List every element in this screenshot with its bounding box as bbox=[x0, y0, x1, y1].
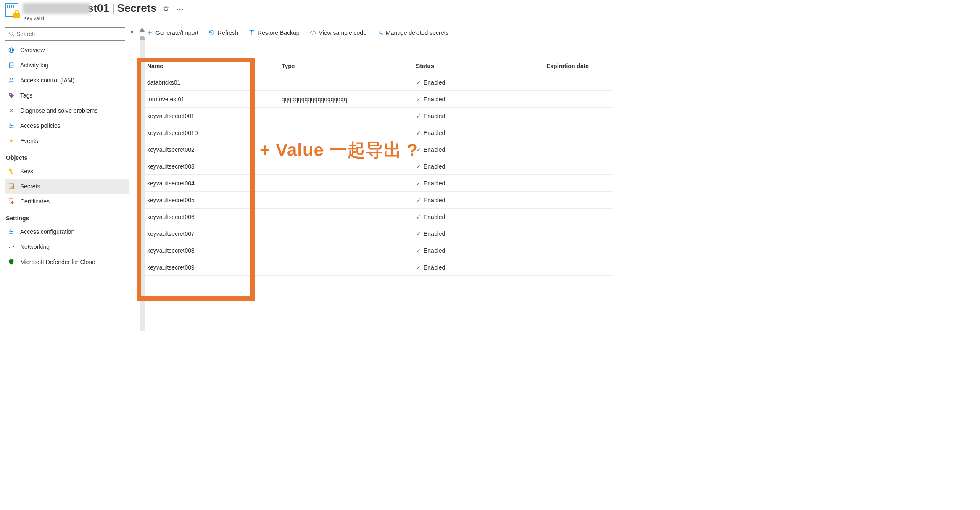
sidebar-item-label: Certificates bbox=[20, 198, 50, 205]
cell-type bbox=[277, 74, 411, 91]
cell-status: ✓Enabled bbox=[411, 259, 541, 276]
sidebar-item-secrets[interactable]: Secrets bbox=[5, 179, 129, 194]
check-icon: ✓ bbox=[416, 197, 421, 203]
cell-expiration bbox=[541, 158, 613, 175]
svg-point-16 bbox=[10, 124, 11, 124]
sidebar-item-keys[interactable]: Keys bbox=[5, 164, 129, 179]
cert-icon bbox=[8, 198, 15, 205]
cell-expiration bbox=[541, 175, 613, 192]
refresh-icon bbox=[208, 29, 215, 36]
cell-name: keyvaultsecret005 bbox=[142, 192, 277, 209]
defender-icon bbox=[8, 259, 15, 265]
cell-status: ✓Enabled bbox=[411, 91, 541, 108]
cell-expiration bbox=[541, 242, 613, 259]
svg-point-10 bbox=[10, 78, 11, 80]
cell-expiration bbox=[541, 141, 613, 158]
more-icon[interactable]: ⋯ bbox=[176, 4, 184, 13]
policies-icon bbox=[8, 228, 15, 235]
col-header-type[interactable]: Type bbox=[277, 58, 411, 74]
generate-label: Generate/Import bbox=[155, 29, 198, 36]
tag-icon bbox=[8, 92, 15, 99]
cell-expiration bbox=[541, 108, 613, 124]
page-subtitle: Key vault bbox=[24, 16, 157, 21]
sidebar-item-certificates[interactable]: Certificates bbox=[5, 194, 129, 209]
table-row[interactable]: databricks01✓Enabled bbox=[142, 74, 613, 91]
favorite-icon[interactable] bbox=[163, 5, 169, 13]
section-title-settings: Settings bbox=[5, 209, 129, 224]
svg-point-31 bbox=[11, 233, 11, 234]
check-icon: ✓ bbox=[416, 113, 421, 119]
sidebar-item-label: Overview bbox=[20, 47, 45, 53]
table-row[interactable]: keyvaultsecret002✓Enabled bbox=[142, 141, 613, 158]
svg-point-30 bbox=[11, 231, 12, 232]
cell-expiration bbox=[541, 74, 613, 91]
refresh-button[interactable]: Refresh bbox=[204, 28, 242, 38]
cell-type: qqqqqqqqqqqqqqqqqqqq bbox=[277, 91, 411, 108]
check-icon: ✓ bbox=[416, 163, 421, 170]
sidebar-item-label: Diagnose and solve problems bbox=[20, 107, 97, 114]
refresh-label: Refresh bbox=[218, 29, 238, 36]
table-row[interactable]: keyvaultsecret005✓Enabled bbox=[142, 192, 613, 209]
log-icon bbox=[8, 62, 15, 69]
table-row[interactable]: keyvaultsecret009✓Enabled bbox=[142, 259, 613, 276]
table-row[interactable]: keyvaultsecret007✓Enabled bbox=[142, 225, 613, 242]
cell-name: formovetest01 bbox=[142, 91, 277, 108]
sidebar-search[interactable] bbox=[5, 27, 125, 41]
cell-name: databricks01 bbox=[142, 74, 277, 91]
sidebar-item-access-control-iam-[interactable]: Access control (IAM) bbox=[5, 73, 129, 88]
manage-deleted-secrets-button[interactable]: Manage deleted secrets bbox=[372, 28, 453, 38]
cell-status: ✓Enabled bbox=[411, 209, 541, 225]
policies-icon bbox=[8, 122, 15, 129]
main-content: Generate/Import Refresh Restore Backup V… bbox=[129, 24, 636, 330]
cell-type bbox=[277, 124, 411, 141]
generate-import-button[interactable]: Generate/Import bbox=[142, 28, 203, 38]
table-row[interactable]: keyvaultsecret008✓Enabled bbox=[142, 242, 613, 259]
sidebar-item-access-policies[interactable]: Access policies bbox=[5, 118, 129, 133]
page-title: st01 | Secrets bbox=[23, 2, 157, 15]
cell-type bbox=[277, 192, 411, 209]
key-icon bbox=[8, 168, 15, 174]
table-row[interactable]: keyvaultsecret001✓Enabled bbox=[142, 108, 613, 124]
net-icon bbox=[8, 243, 15, 250]
cell-name: keyvaultsecret007 bbox=[142, 225, 277, 242]
svg-point-29 bbox=[10, 230, 11, 230]
cell-status: ✓Enabled bbox=[411, 158, 541, 175]
svg-point-12 bbox=[10, 94, 11, 95]
sidebar-item-overview[interactable]: Overview bbox=[5, 42, 129, 58]
cell-name: keyvaultsecret009 bbox=[142, 259, 277, 276]
sidebar-item-activity-log[interactable]: Activity log bbox=[5, 58, 129, 73]
cell-expiration bbox=[541, 259, 613, 276]
sidebar-item-label: Events bbox=[20, 137, 38, 144]
search-input[interactable] bbox=[16, 31, 121, 37]
cell-name: keyvaultsecret002 bbox=[142, 141, 277, 158]
cell-name: keyvaultsecret004 bbox=[142, 175, 277, 192]
sidebar-item-tags[interactable]: Tags bbox=[5, 88, 129, 103]
cell-status: ✓Enabled bbox=[411, 124, 541, 141]
sidebar-item-diagnose-and-solve-problems[interactable]: Diagnose and solve problems bbox=[5, 103, 129, 118]
cell-status: ✓Enabled bbox=[411, 192, 541, 209]
sidebar-item-label: Tags bbox=[20, 92, 33, 99]
cell-status: ✓Enabled bbox=[411, 242, 541, 259]
section-title-objects: Objects bbox=[5, 148, 129, 164]
page-header: st01 | Secrets Key vault ⋯ bbox=[0, 0, 636, 24]
sidebar-item-events[interactable]: Events bbox=[5, 133, 129, 148]
table-row[interactable]: keyvaultsecret004✓Enabled bbox=[142, 175, 613, 192]
col-header-expiration[interactable]: Expiration date bbox=[541, 58, 613, 74]
table-row[interactable]: keyvaultsecret003✓Enabled bbox=[142, 158, 613, 175]
col-header-status[interactable]: Status bbox=[411, 58, 541, 74]
col-header-name[interactable]: Name bbox=[142, 58, 277, 74]
sidebar-item-networking[interactable]: Networking bbox=[5, 239, 129, 254]
table-row[interactable]: keyvaultsecret006✓Enabled bbox=[142, 209, 613, 225]
view-sample-code-button[interactable]: View sample code bbox=[306, 28, 371, 38]
sidebar-item-access-configuration[interactable]: Access configuration bbox=[5, 224, 129, 239]
sidebar-item-label: Activity log bbox=[20, 62, 48, 69]
cell-expiration bbox=[541, 124, 613, 141]
sidebar-item-microsoft-defender-for-cloud[interactable]: Microsoft Defender for Cloud bbox=[5, 254, 129, 270]
table-row[interactable]: keyvaultsecret0010✓Enabled bbox=[142, 124, 613, 141]
table-row[interactable]: formovetest01qqqqqqqqqqqqqqqqqqqq✓Enable… bbox=[142, 91, 613, 108]
cell-status: ✓Enabled bbox=[411, 225, 541, 242]
restore-backup-button[interactable]: Restore Backup bbox=[244, 28, 304, 38]
code-icon bbox=[310, 29, 316, 36]
cell-status: ✓Enabled bbox=[411, 108, 541, 124]
keyvault-icon bbox=[5, 3, 18, 17]
